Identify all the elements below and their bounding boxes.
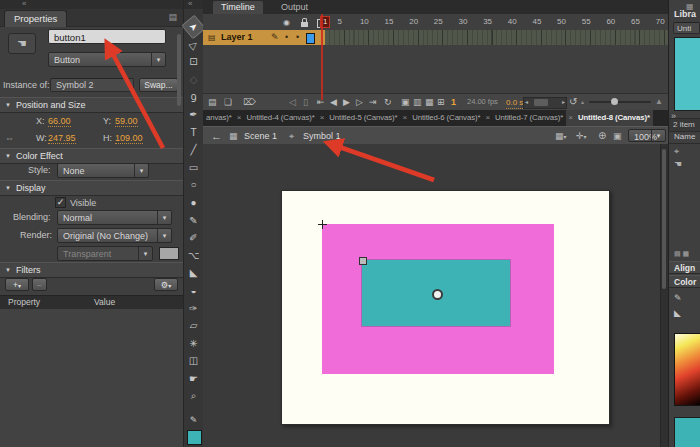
scrollbar-thumb[interactable] <box>534 99 548 106</box>
marker-icon[interactable]: ▯ <box>303 94 308 110</box>
layer-visibility-dot[interactable]: • <box>285 30 288 45</box>
brush-tool[interactable]: ✐ <box>184 229 203 247</box>
edit-multiple-frames-icon[interactable]: ▦ <box>425 94 434 110</box>
playhead-line[interactable] <box>321 14 323 100</box>
frame-rate-indicator[interactable]: 24.00 fps <box>467 94 498 110</box>
frame-ruler-label[interactable]: 30 <box>459 17 468 26</box>
breadcrumb-symbol[interactable]: Symbol 1 <box>303 127 341 145</box>
document-tab[interactable]: ×Untitled-8 (Canvas)* <box>566 110 653 126</box>
library-panel-title[interactable]: Libra <box>674 9 696 19</box>
library-item-button-icon[interactable]: ☚ <box>674 159 682 169</box>
scroll-right-icon[interactable]: ▸ <box>562 98 565 107</box>
document-tab-label[interactable]: Untitled-5 (Canvas)* <box>326 110 400 126</box>
y-value[interactable]: 59.00 <box>115 116 138 127</box>
section-position-and-size[interactable]: ▼ Position and Size <box>0 97 183 113</box>
timeline-horizontal-scrollbar[interactable]: ◂ ▸ <box>523 97 567 109</box>
document-tab[interactable]: ×Untitled-4 (Canvas)* <box>235 110 318 126</box>
frame-ruler-label[interactable]: 70 <box>656 17 665 26</box>
visible-checkbox[interactable]: ✓ <box>55 197 66 208</box>
filter-options-button[interactable]: ⚙▾ <box>154 278 178 291</box>
eyedropper-tool[interactable]: ✑ <box>184 300 203 318</box>
instance-name-input[interactable]: button1 <box>48 29 166 44</box>
gradient-transform-tool[interactable]: ◇ <box>184 71 203 89</box>
asset-warp-tool[interactable]: ✳ <box>184 335 203 353</box>
new-folder-icon[interactable]: ❏ <box>224 94 232 110</box>
close-icon[interactable]: × <box>318 110 327 126</box>
timeline-zoom-slider[interactable] <box>589 101 651 103</box>
bone-tool[interactable]: ⌥ <box>184 247 203 265</box>
frames-area[interactable] <box>320 30 668 45</box>
onion-skin-icon[interactable]: ▣ <box>401 94 410 110</box>
lasso-tool[interactable]: ϱ <box>184 88 203 106</box>
layer-lock-dot[interactable]: • <box>296 30 299 45</box>
tab-timeline[interactable]: Timeline <box>213 1 263 14</box>
layer-outline-color-swatch[interactable] <box>306 33 315 44</box>
frame-ruler-label[interactable]: 35 <box>483 17 492 26</box>
frame-ruler-label[interactable]: 5 <box>337 17 341 26</box>
x-value[interactable]: 66.00 <box>48 116 71 127</box>
tab-output[interactable]: Output <box>273 1 316 14</box>
oval-tool[interactable]: ○ <box>184 176 203 194</box>
w-value[interactable]: 247.95 <box>48 133 76 144</box>
section-color-effect[interactable]: ▼ Color Effect <box>0 148 183 164</box>
text-tool[interactable]: T <box>184 124 203 142</box>
frame-ruler-label[interactable]: 25 <box>434 17 443 26</box>
fill-color-swatch[interactable] <box>674 417 700 447</box>
step-back-icon[interactable]: ◀ <box>330 94 337 110</box>
document-tab[interactable]: ×Untitled-5 (Canvas)* <box>318 110 401 126</box>
eraser-tool[interactable]: ▱ <box>184 317 203 335</box>
edit-scene-icon[interactable]: ▦▾ <box>555 127 567 145</box>
style-dropdown[interactable]: None ▾ <box>57 163 149 178</box>
close-icon[interactable]: × <box>566 110 575 126</box>
go-last-frame-icon[interactable]: ⇥ <box>369 94 377 110</box>
zoom-tool[interactable]: ⌕ <box>184 387 203 405</box>
camera-tool[interactable]: ◫ <box>184 352 203 370</box>
delete-layer-icon[interactable]: ⌦ <box>243 94 256 110</box>
timeline-zoom-in-icon[interactable]: ▲ <box>655 94 663 110</box>
h-value[interactable]: 109.00 <box>115 133 143 144</box>
section-filters[interactable]: ▼ Filters <box>0 262 183 278</box>
hand-tool[interactable]: ☛ <box>184 370 203 388</box>
eye-icon[interactable]: ◉ <box>283 19 290 27</box>
reset-timeline-zoom-icon[interactable]: ↺ <box>569 94 577 110</box>
loop-icon[interactable]: ↻ <box>384 94 392 110</box>
selection-anchor-point[interactable] <box>359 257 367 265</box>
remove-filter-button[interactable]: − <box>32 278 47 291</box>
pencil-tool[interactable]: ✎ <box>184 212 203 230</box>
stage-zoom-dropdown[interactable]: 100% ▾ <box>628 129 666 142</box>
document-tab-label[interactable]: Untitled-6 (Canvas)* <box>409 110 483 126</box>
close-icon[interactable]: × <box>235 110 244 126</box>
line-tool[interactable]: ╱ <box>184 141 203 159</box>
dock-mini-icons[interactable]: ▤ ▦ <box>674 250 689 258</box>
color-spectrum-picker[interactable] <box>674 333 700 406</box>
play-icon[interactable]: ▶ <box>343 94 350 110</box>
slider-knob[interactable] <box>611 98 618 105</box>
add-filter-button[interactable]: +▾ <box>5 278 29 291</box>
stroke-color-icon[interactable]: ✎ <box>674 293 682 303</box>
paint-bucket-tool[interactable]: ◣ <box>184 264 203 282</box>
frame-ruler-label[interactable]: 50 <box>557 17 566 26</box>
symbol-type-dropdown[interactable]: Button ▾ <box>48 52 166 67</box>
document-tab-label[interactable]: Untitled-8 (Canvas)* <box>575 110 653 126</box>
section-display[interactable]: ▼ Display <box>0 180 183 196</box>
swap-button[interactable]: Swap... <box>139 78 178 92</box>
color-panel-header[interactable]: Color <box>669 275 700 288</box>
breadcrumb-scene[interactable]: Scene 1 <box>244 127 277 145</box>
blending-dropdown[interactable]: Normal ▾ <box>57 210 172 225</box>
step-forward-icon[interactable]: ▷ <box>356 94 363 110</box>
scroll-left-icon[interactable]: ◂ <box>525 98 528 107</box>
mute-icon[interactable]: ◁ <box>289 94 296 110</box>
document-tab-label[interactable]: Untitled-4 (Canvas)* <box>243 110 317 126</box>
transformation-point[interactable] <box>432 289 443 300</box>
align-panel-header[interactable]: Align <box>669 261 700 274</box>
onion-skin-outlines-icon[interactable]: ▥ <box>413 94 422 110</box>
frame-ruler-label[interactable]: 65 <box>631 17 640 26</box>
layer-row[interactable]: ▤ Layer 1 ✎ • • <box>203 30 320 45</box>
layer-name[interactable]: Layer 1 <box>221 30 253 45</box>
close-icon[interactable]: × <box>483 110 492 126</box>
center-frame-icon[interactable]: ⊕ <box>598 127 606 145</box>
lock-icon[interactable] <box>301 22 308 27</box>
new-layer-icon[interactable]: ▤ <box>208 94 217 110</box>
frame-ruler-label[interactable]: 40 <box>508 17 517 26</box>
link-width-height-icon[interactable]: ⇔ <box>5 133 14 143</box>
